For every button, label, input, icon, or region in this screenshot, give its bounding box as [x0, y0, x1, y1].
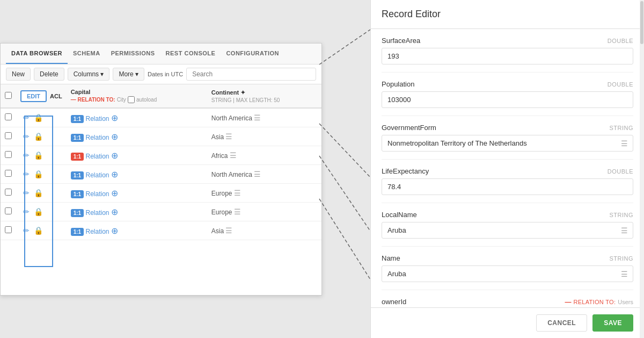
edit-icon[interactable]: ✏ — [20, 187, 32, 199]
field-input-name[interactable] — [382, 265, 633, 282]
field-input-population[interactable] — [382, 91, 633, 108]
plus-icon[interactable]: ⊕ — [111, 113, 118, 123]
dates-label: Dates in UTC — [148, 71, 183, 77]
field-label-row: SurfaceArea DOUBLE — [382, 37, 633, 45]
table-row: ✏ 🔒 1:1 Relation ⊕ North America ☰ — [1, 165, 321, 184]
cancel-button[interactable]: CANCEL — [536, 314, 587, 332]
svg-line-2 — [319, 156, 370, 231]
row-checkbox — [1, 203, 16, 221]
row-select-checkbox[interactable] — [5, 132, 12, 139]
field-label-row: GovernmentForm STRING — [382, 124, 633, 132]
lock-icon: 🔒 — [34, 113, 43, 122]
table-row: ✏ 🔒 1:1 Relation ⊕ Europe ☰ — [1, 203, 321, 221]
plus-icon[interactable]: ⊕ — [111, 151, 118, 160]
plus-icon[interactable]: ⊕ — [111, 207, 118, 217]
relation-link[interactable]: Relation — [85, 115, 109, 123]
menu-icon[interactable]: ☰ — [234, 207, 241, 216]
menu-icon[interactable]: ☰ — [225, 132, 232, 141]
relation-badge[interactable]: 1:1 — [71, 228, 84, 236]
row-capital-cell: 1:1 Relation ⊕ — [67, 221, 207, 240]
row-select-checkbox[interactable] — [5, 170, 12, 177]
more-button[interactable]: More — [113, 68, 144, 81]
edit-icon[interactable]: ✏ — [20, 131, 32, 142]
plus-icon[interactable]: ⊕ — [111, 226, 118, 235]
field-label-ownerid: ownerId — [382, 298, 406, 306]
relation-badge[interactable]: 1:1 — [71, 190, 84, 198]
relation-link[interactable]: Relation — [85, 190, 109, 198]
row-edit-cell: ✏ 🔒 — [16, 165, 67, 184]
field-label-row: LifeExpectancy DOUBLE — [382, 167, 633, 175]
field-type-governmentform: STRING — [609, 125, 633, 131]
menu-icon[interactable]: ☰ — [234, 189, 241, 197]
field-type-population: DOUBLE — [608, 81, 633, 88]
relation-link[interactable]: Relation — [85, 153, 109, 160]
field-group-lifeexpectancy: LifeExpectancy DOUBLE — [382, 160, 633, 203]
field-input-wrapper-name: ☰ — [382, 265, 633, 282]
relation-badge[interactable]: 1:1 — [71, 153, 84, 161]
lock-icon: 🔒 — [34, 189, 43, 197]
capital-header-label: Capital — [71, 89, 203, 95]
row-select-checkbox[interactable] — [5, 189, 12, 196]
right-panel: Record Editor SurfaceArea DOUBLE Populat… — [370, 0, 644, 338]
field-input-lifeexpectancy[interactable] — [382, 178, 633, 195]
row-select-checkbox[interactable] — [5, 226, 12, 233]
row-select-checkbox[interactable] — [5, 151, 12, 158]
field-label-localname: LocalName — [382, 211, 417, 219]
tab-rest-console[interactable]: REST CONSOLE — [160, 44, 221, 64]
field-input-wrapper-localname: ☰ — [382, 222, 633, 239]
relation-link[interactable]: Relation — [85, 228, 109, 235]
field-input-surfacearea[interactable] — [382, 48, 633, 64]
row-select-checkbox[interactable] — [5, 113, 12, 120]
relation-link[interactable]: Relation — [85, 171, 109, 179]
relation-link[interactable]: Relation — [85, 209, 109, 217]
menu-icon[interactable]: ☰ — [254, 113, 261, 122]
field-input-governmentform[interactable] — [382, 135, 633, 152]
acl-header-label: ACL — [50, 93, 62, 99]
field-group-governmentform: GovernmentForm STRING ☰ — [382, 116, 633, 160]
plus-icon[interactable]: ⊕ — [111, 189, 118, 198]
edit-icon[interactable]: ✏ — [20, 206, 32, 218]
menu-icon[interactable]: ☰ — [230, 151, 237, 160]
new-button[interactable]: New — [6, 68, 31, 81]
lock-icon: 🔒 — [34, 151, 43, 160]
tab-configuration[interactable]: CONFIGURATION — [221, 44, 284, 64]
relation-target-city: City — [117, 97, 126, 103]
tab-permissions[interactable]: PERMISSIONS — [106, 44, 160, 64]
row-continent-cell: Africa ☰ — [207, 146, 321, 165]
scrollbar[interactable] — [640, 0, 644, 338]
plus-icon[interactable]: ⊕ — [111, 170, 118, 179]
svg-line-0 — [319, 30, 370, 64]
edit-icon[interactable]: ✏ — [20, 149, 32, 161]
row-edit-cell: ✏ 🔒 — [16, 184, 67, 203]
select-all-checkbox[interactable] — [5, 92, 12, 99]
autoload-checkbox[interactable] — [128, 96, 135, 103]
save-button[interactable]: SAVE — [592, 314, 633, 332]
relation-badge[interactable]: 1:1 — [71, 115, 84, 123]
relation-label-row-ownerid: — RELATION TO: Users — [565, 298, 633, 306]
row-select-checkbox[interactable] — [5, 207, 12, 214]
edit-icon[interactable]: ✏ — [20, 112, 32, 124]
tab-schema[interactable]: SCHEMA — [68, 44, 106, 64]
relation-badge[interactable]: 1:1 — [71, 171, 84, 179]
field-label-surfacearea: SurfaceArea — [382, 37, 420, 45]
menu-icon[interactable]: ☰ — [225, 226, 232, 235]
relation-badge[interactable]: 1:1 — [71, 134, 84, 142]
table-row: ✏ 🔒 1:1 Relation ⊕ Europe ☰ — [1, 184, 321, 203]
autoload-label: autoload — [136, 97, 157, 103]
columns-button[interactable]: Columns — [68, 68, 110, 81]
relation-badge[interactable]: 1:1 — [71, 209, 84, 217]
svg-line-1 — [319, 124, 370, 177]
row-capital-cell: 1:1 Relation ⊕ — [67, 127, 207, 146]
row-checkbox — [1, 127, 16, 146]
delete-button[interactable]: Delete — [34, 68, 64, 81]
field-input-localname[interactable] — [382, 222, 633, 239]
edit-header-button[interactable]: EDIT — [20, 90, 47, 102]
tab-data-browser[interactable]: DATA BROWSER — [6, 44, 68, 64]
relation-link[interactable]: Relation — [85, 134, 109, 141]
edit-icon[interactable]: ✏ — [20, 225, 32, 236]
menu-icon[interactable]: ☰ — [254, 170, 261, 178]
lock-icon: 🔒 — [34, 207, 43, 216]
edit-icon[interactable]: ✏ — [20, 168, 32, 180]
plus-icon[interactable]: ⊕ — [111, 132, 118, 141]
search-input[interactable] — [186, 68, 316, 81]
